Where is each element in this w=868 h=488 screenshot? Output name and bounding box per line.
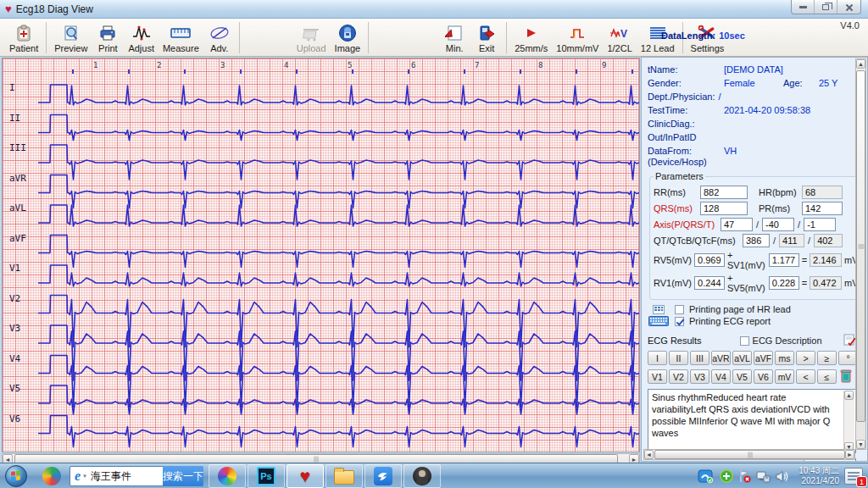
result-button-v5[interactable]: V5 [732,369,752,384]
taskbar-search[interactable]: e ▼ 海王事件 搜索一下 [70,466,203,486]
taskbar-app-photoshop[interactable]: Ps [248,464,285,488]
start-button[interactable] [5,465,27,487]
scroll-down-icon[interactable]: ▼ [856,440,865,449]
patient-name-value: [DEMO DATA] [724,64,783,76]
scroll-up-icon[interactable]: ▲ [844,391,854,400]
keyboard-icon[interactable] [648,316,670,326]
grid-icon[interactable] [648,305,670,314]
volume-tray-icon[interactable] [776,470,789,483]
delete-trash-icon[interactable] [840,369,852,385]
printing-hr-lead-checkbox[interactable] [675,305,684,314]
axis-p-input[interactable] [721,218,753,231]
ecg-grid[interactable]: 123456789IIIIIIaVRaVLaVFV1V2V3V4V5V6 [2,58,640,452]
results-scrollbar[interactable]: ▲ ▼ [843,391,854,452]
result-button-v1[interactable]: V1 [648,369,667,384]
gain-button[interactable]: 10mm/mV [552,20,603,55]
ecg-traces: 123456789IIIIIIaVRaVLaVFV1V2V3V4V5V6 [3,58,639,452]
taskbar-app-pinwheel[interactable] [209,464,246,488]
scroll-left-icon[interactable]: ◄ [644,450,654,459]
minimize-app-button[interactable]: Min. [438,20,470,55]
chevron-down-icon[interactable]: ▼ [82,474,87,479]
close-button[interactable] [837,0,860,14]
result-button-sym8[interactable]: ≥ [817,351,837,365]
show-desktop-panel-icon[interactable]: 1 [844,468,863,485]
search-go-button[interactable]: 搜索一下 [163,466,203,486]
second-marker: 3 [220,61,225,69]
result-button-ii[interactable]: II [669,351,688,365]
axis-qrs-input[interactable] [762,218,794,231]
app-heart-icon: ♥ [5,3,12,14]
adjust-button[interactable]: Adjust [124,20,159,55]
taskbar-app-dingtalk[interactable] [364,464,402,488]
qt-input[interactable] [743,234,770,247]
network-tray-icon[interactable] [756,470,771,483]
taskbar-app-avatar[interactable] [403,464,441,488]
rv1-input[interactable] [694,276,725,290]
panel-vscroll-thumb[interactable] [856,70,865,422]
folder-icon [334,470,354,485]
exit-door-icon [477,24,496,42]
sv5-input[interactable] [769,276,799,290]
result-button-sym7[interactable]: < [796,369,815,384]
axis-label: Axis(P/QRS/T) [654,219,718,230]
minimize-button[interactable] [792,0,815,14]
remote-tool-tray-icon[interactable] [698,469,715,484]
gender-age-row: Gender: Female Age: 25 Y [648,77,856,90]
pr-input[interactable] [802,202,843,215]
result-button-v2[interactable]: V2 [669,369,688,384]
result-button-v4[interactable]: V4 [711,369,731,384]
result-button-sym8[interactable]: ≤ [817,369,837,384]
preview-button[interactable]: Preview [50,20,92,55]
result-button-iii[interactable]: III [690,351,709,365]
half-cl-button[interactable]: V 1/2CL [603,20,636,55]
ecg-trace-V6 [38,416,639,447]
rr-input[interactable] [700,186,748,199]
taskbar-app-ecg[interactable]: ♥ [287,464,324,488]
panel-hscroll-thumb[interactable] [654,450,845,459]
search-input[interactable]: 海王事件 [91,469,163,484]
result-button-v3[interactable]: V3 [690,369,709,384]
result-button-avl[interactable]: aVL [732,351,752,365]
restore-button[interactable] [815,0,837,14]
info-panel: tName: [DEMO DATA] Gender: Female Age: 2… [641,57,868,462]
edit-report-icon[interactable] [843,334,856,347]
measure-button[interactable]: Measure [159,20,203,55]
patient-button[interactable]: Patient [5,20,42,55]
panel-vertical-scrollbar[interactable]: ▲ ▼ [855,58,866,450]
critical-checkbox[interactable] [648,461,657,462]
sv1-input[interactable] [769,253,799,267]
ecg-results-title: ECG Results [648,336,702,346]
print-button[interactable]: Print [92,20,124,55]
scroll-right-icon[interactable]: ► [845,450,854,459]
ecg-trace-aVR [38,175,639,208]
ecg-description-checkbox[interactable] [740,336,749,346]
antivirus-tray-icon[interactable] [720,469,733,483]
min-arrow-icon [445,24,464,42]
result-button-ms[interactable]: ms [775,351,794,365]
clock-date: 2021/4/20 [798,476,839,486]
result-button-avr[interactable]: aVR [711,351,731,365]
image-button[interactable]: Image [331,20,365,55]
rv5-input[interactable] [694,253,725,267]
exit-button[interactable]: Exit [470,20,503,55]
result-button-i[interactable]: I [648,351,667,365]
action-center-flag-icon[interactable] [738,469,751,483]
qtcb-input [779,234,804,247]
advanced-button[interactable]: Adv. [203,20,236,55]
taskbar-app-explorer[interactable] [326,464,363,488]
result-button-v6[interactable]: V6 [754,369,773,384]
scroll-up-icon[interactable]: ▲ [856,59,865,69]
axis-t-input[interactable] [804,218,836,231]
second-marker: 8 [538,61,542,69]
results-textarea[interactable]: Sinus rhythmReduced heart rate variabili… [648,389,856,453]
taskbar-clock[interactable]: 10:43 周二 2021/4/20 [798,466,839,486]
lead-label-V2: V2 [9,293,20,304]
result-button-avf[interactable]: aVF [754,351,773,365]
printing-ecg-report-checkbox[interactable] [675,317,684,326]
browser-ball-icon[interactable] [37,465,66,487]
result-button-sym7[interactable]: > [796,351,815,365]
result-button-mv[interactable]: mV [775,369,794,384]
qrs-input[interactable] [700,202,748,215]
panel-horizontal-scrollbar[interactable]: ◄ ► [643,449,855,460]
speed-button[interactable]: 25mm/s [510,20,552,55]
